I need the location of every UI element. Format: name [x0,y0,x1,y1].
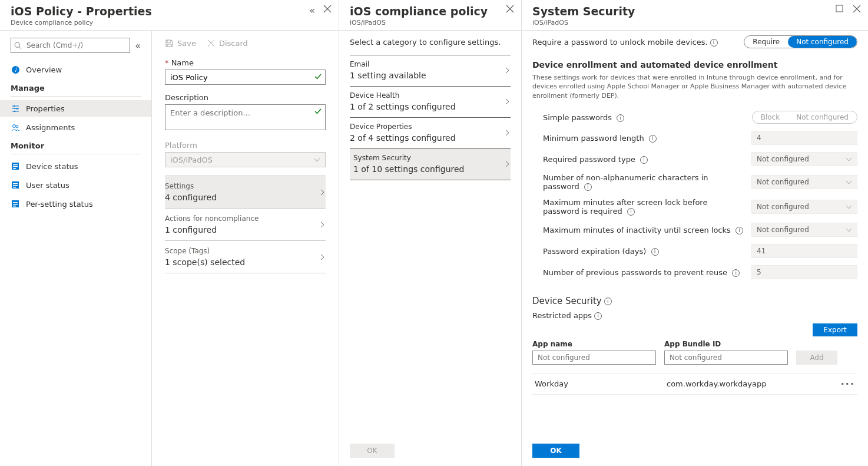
info-icon[interactable]: i [732,269,740,277]
sidebar-item-overview[interactable]: i Overview [0,61,151,78]
properties-panel: iOS Policy - Properties Device complianc… [0,0,339,466]
check-icon [314,107,322,115]
column-app-name: App name [532,340,656,348]
info-icon[interactable]: i [604,298,612,305]
export-button[interactable]: Export [813,323,857,336]
category-device-health[interactable]: Device Health1 of 2 settings configured [350,86,511,117]
close-icon[interactable] [506,5,514,13]
category-value: 2 of 4 settings configured [350,133,456,143]
row-label: Scope (Tags) [165,247,245,255]
report-icon [11,161,20,171]
save-icon [165,39,174,48]
compliance-policy-panel: iOS compliance policy iOS/iPadOS Select … [339,0,522,466]
collapse-icon[interactable]: « [309,5,315,16]
report-icon [11,199,20,209]
more-icon[interactable]: ··· [841,378,855,389]
chevron-down-icon [846,179,852,186]
app-row: Workday com.workday.workdayapp ··· [532,373,857,395]
toggle-simple-passwords[interactable]: BlockNot configured [752,111,857,124]
svg-rect-18 [13,204,18,205]
chevron-down-icon [314,157,320,163]
info-icon[interactable]: i [627,208,635,216]
svg-rect-15 [13,187,16,188]
column-bundle-id: App Bundle ID [664,340,857,348]
category-device-properties[interactable]: Device Properties2 of 4 settings configu… [350,117,511,148]
info-icon[interactable]: i [649,135,657,143]
chevron-right-icon [319,222,326,228]
app-name-input[interactable] [532,351,656,365]
discard-button[interactable]: Discard [207,39,248,48]
svg-point-7 [16,125,18,128]
chevron-down-icon [846,227,852,233]
section-title-enrollment: Device enrollment and automated device e… [532,60,857,70]
chevron-right-icon [319,254,326,260]
svg-rect-11 [13,168,16,169]
info-icon[interactable]: i [736,227,743,234]
input-password-expiration-days-[interactable]: 41 [751,244,857,258]
maximize-icon[interactable] [836,5,843,13]
category-label: Device Health [350,91,456,100]
sidebar-item-assignments[interactable]: Assignments [0,119,151,135]
category-value: 1 setting available [350,71,426,80]
description-label: Description [165,93,326,102]
info-icon[interactable]: i [640,156,648,164]
svg-point-0 [15,42,19,47]
sidebar-item-per-setting-status[interactable]: Per-setting status [0,196,151,212]
panel3-subtitle: iOS/iPadOS [532,19,635,27]
setting-label: Password expiration (days) i [543,247,751,256]
name-input[interactable] [165,70,326,85]
category-value: 1 of 10 settings configured [353,164,465,174]
section-monitor: Monitor [11,138,141,154]
form-row-scope-tags-[interactable]: Scope (Tags)1 scope(s) selected [165,240,326,273]
form-row-settings[interactable]: Settings4 configured [165,176,326,208]
info-icon: i [11,65,20,74]
app-name-cell: Workday [535,379,667,388]
row-value: 4 configured [165,193,217,202]
discard-icon [207,39,216,48]
select-maximum-minutes-of-inactivity-until-screen-locks[interactable]: Not configured [751,223,857,237]
description-input[interactable] [165,104,326,130]
ok-button[interactable]: OK [350,444,395,458]
form-row-actions-for-noncompliance[interactable]: Actions for noncompliance1 configured [165,208,326,240]
platform-select: iOS/iPadOS [165,152,326,167]
info-icon[interactable]: i [617,114,624,122]
svg-point-6 [12,124,15,127]
row-label: Settings [165,182,217,190]
setting-label: Number of non-alphanumeric characters in… [543,173,751,191]
sidebar-item-label: User status [26,181,69,190]
discard-label: Discard [219,39,248,48]
sidebar-item-user-status[interactable]: User status [0,177,151,193]
ok-button[interactable]: OK [532,444,579,458]
info-icon[interactable]: i [584,183,592,191]
info-icon[interactable]: i [710,39,718,47]
svg-rect-17 [13,202,18,203]
svg-point-5 [14,110,15,112]
add-button[interactable]: Add [796,351,837,365]
input-minimum-password-length[interactable]: 4 [751,131,857,145]
select-maximum-minutes-after-screen-lock-before-password-is-required[interactable]: Not configured [751,200,857,214]
bundle-id-input[interactable] [664,351,788,365]
info-icon[interactable]: i [594,312,602,320]
toggle-require-password[interactable]: Require Not configured [744,35,857,48]
sidebar-item-device-status[interactable]: Device status [0,158,151,174]
select-required-password-type[interactable]: Not configured [751,152,857,166]
collapse-search-icon[interactable]: « [135,40,141,51]
search-input[interactable] [11,38,130,53]
category-label: System Security [353,154,465,162]
close-icon[interactable] [853,5,861,13]
category-email[interactable]: Email1 setting available [350,55,511,86]
save-button[interactable]: Save [165,39,196,48]
info-icon[interactable]: i [651,248,659,256]
panel2-title: iOS compliance policy [350,5,488,18]
svg-rect-13 [13,183,18,184]
setting-label: Maximum minutes of inactivity until scre… [543,226,751,234]
input-number-of-previous-passwords-to-prevent-reuse[interactable]: 5 [751,265,857,279]
category-system-security[interactable]: System Security1 of 10 settings configur… [350,148,511,180]
category-label: Device Properties [350,123,456,131]
sidebar-item-properties[interactable]: Properties [0,100,151,117]
close-icon[interactable] [323,5,332,16]
sliders-icon [11,104,20,113]
sidebar-item-label: Device status [26,162,78,171]
select-number-of-non-alphanumeric-characters-in-password[interactable]: Not configured [751,175,857,189]
svg-rect-19 [13,206,16,207]
